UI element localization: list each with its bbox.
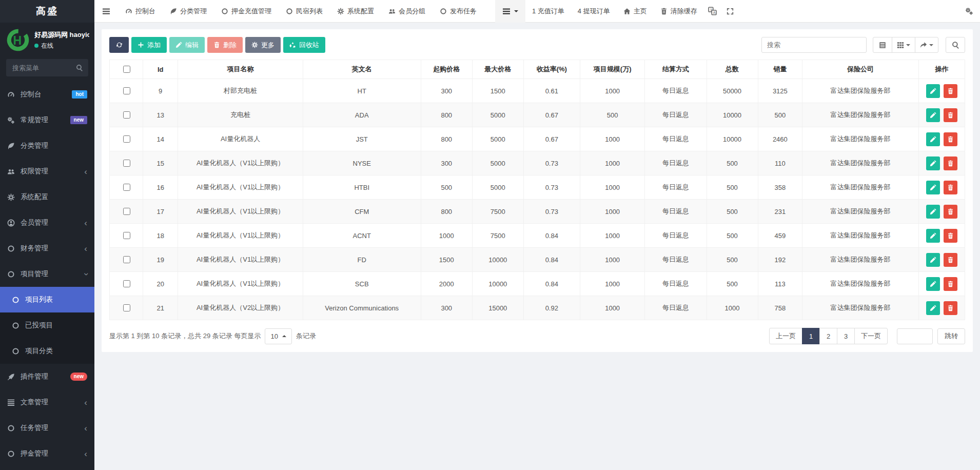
more-button[interactable]: 更多 — [245, 37, 281, 53]
table-row: 16 AI量化机器人（V1以上限购） HTBI 500 5000 0.73 10… — [110, 175, 965, 200]
tabs-dropdown-button[interactable] — [495, 0, 525, 23]
recharge-orders-link[interactable]: 1 充值订单 — [525, 0, 571, 23]
row-edit-button[interactable] — [926, 181, 940, 194]
row-edit-button[interactable] — [926, 277, 940, 291]
fullscreen-button[interactable] — [721, 0, 739, 23]
row-edit-button[interactable] — [926, 229, 940, 243]
row-delete-button[interactable] — [944, 301, 957, 315]
language-switch-button[interactable] — [704, 0, 721, 23]
columns-icon — [897, 42, 904, 49]
sidebar-item-project-category[interactable]: 项目分类 — [0, 338, 94, 364]
sidebar-item-auth[interactable]: 权限管理 ‹ — [0, 159, 94, 184]
tab-category[interactable]: 分类管理 — [163, 0, 214, 23]
row-delete-button[interactable] — [944, 84, 957, 98]
jump-page-input[interactable] — [897, 328, 933, 344]
cell-project-name: AI量化机器人（V1以上限购） — [178, 272, 303, 296]
tab-deposit-recharge[interactable]: 押金充值管理 — [214, 0, 279, 23]
cell-total: 500 — [707, 175, 758, 200]
cell-min-price: 2000 — [421, 272, 472, 296]
sidebar-item-general[interactable]: 常规管理 new — [0, 107, 94, 133]
common-search-toggle-button[interactable] — [946, 37, 965, 53]
row-edit-button[interactable] — [926, 84, 940, 98]
row-checkbox[interactable] — [123, 304, 130, 311]
sidebar-item-article[interactable]: 文章管理 ‹ — [0, 389, 94, 415]
col-settlement: 结算方式 — [645, 60, 707, 79]
tab-publish-task[interactable]: 发布任务 — [433, 0, 484, 23]
page-1-button[interactable]: 1 — [802, 328, 820, 344]
row-edit-button[interactable] — [926, 253, 940, 267]
row-delete-button[interactable] — [944, 156, 957, 170]
gear-icon — [7, 193, 15, 201]
row-delete-button[interactable] — [944, 277, 957, 291]
sidebar-item-project-list[interactable]: 项目列表 — [0, 287, 94, 312]
sidebar-item-invested-projects[interactable]: 已投项目 — [0, 312, 94, 338]
row-delete-button[interactable] — [944, 253, 957, 267]
language-icon — [708, 7, 717, 15]
row-edit-button[interactable] — [926, 156, 940, 170]
sidebar-item-addon[interactable]: 插件管理 new — [0, 364, 94, 389]
cell-settlement: 每日返息 — [645, 200, 707, 224]
cell-id: 13 — [143, 103, 178, 127]
row-edit-button[interactable] — [926, 108, 940, 122]
clear-cache-link[interactable]: 清除缓存 — [654, 0, 704, 23]
row-delete-button[interactable] — [944, 132, 957, 146]
row-checkbox[interactable] — [123, 87, 130, 94]
home-link[interactable]: 主页 — [617, 0, 654, 23]
page-3-button[interactable]: 3 — [837, 328, 855, 344]
row-checkbox[interactable] — [123, 135, 130, 143]
cell-min-price: 800 — [421, 103, 472, 127]
columns-button[interactable] — [892, 37, 915, 53]
col-total: 总数 — [707, 60, 758, 79]
row-checkbox[interactable] — [123, 208, 130, 215]
project-submenu: 项目列表 已投项目 项目分类 — [0, 287, 94, 364]
sidebar-item-deposit[interactable]: 押金管理 ‹ — [0, 441, 94, 466]
cell-project-name: AI量化机器人（V1以上限购） — [178, 175, 303, 200]
sidebar-item-category[interactable]: 分类管理 — [0, 133, 94, 159]
detail-view-button[interactable] — [873, 37, 892, 53]
refresh-button[interactable] — [109, 37, 129, 53]
sidebar-toggle-button[interactable] — [94, 0, 118, 23]
delete-button[interactable]: 删除 — [207, 37, 243, 53]
page-size-select[interactable]: 10 — [265, 328, 291, 344]
table-search-input[interactable] — [761, 37, 867, 53]
row-edit-button[interactable] — [926, 132, 940, 146]
cell-max-price: 5000 — [472, 127, 523, 151]
tab-console[interactable]: 控制台 — [118, 0, 163, 23]
row-checkbox[interactable] — [123, 160, 130, 167]
caret-up-icon — [282, 335, 286, 337]
cell-max-price: 7500 — [472, 224, 523, 248]
sidebar-item-task[interactable]: 任务管理 ‹ — [0, 415, 94, 441]
tab-system-config[interactable]: 系统配置 — [330, 0, 381, 23]
row-checkbox[interactable] — [123, 232, 130, 239]
sidebar-item-project[interactable]: 项目管理 ‹ — [0, 261, 94, 287]
row-edit-button[interactable] — [926, 205, 940, 219]
row-checkbox[interactable] — [123, 111, 130, 119]
row-checkbox[interactable] — [123, 256, 130, 263]
tab-homestay-list[interactable]: 民宿列表 — [279, 0, 330, 23]
recycle-bin-button[interactable]: 回收站 — [283, 37, 325, 53]
admin-settings-button[interactable] — [961, 0, 978, 23]
row-delete-button[interactable] — [944, 205, 957, 219]
sidebar-item-finance[interactable]: 财务管理 ‹ — [0, 236, 94, 261]
row-checkbox[interactable] — [123, 280, 130, 287]
select-all-cell — [110, 60, 143, 79]
sidebar-item-member[interactable]: 会员管理 ‹ — [0, 210, 94, 236]
row-delete-button[interactable] — [944, 108, 957, 122]
row-edit-button[interactable] — [926, 301, 940, 315]
sidebar-item-system-config[interactable]: 系统配置 — [0, 184, 94, 210]
row-checkbox[interactable] — [123, 184, 130, 191]
export-button[interactable] — [915, 37, 938, 53]
prev-page-button[interactable]: 上一页 — [769, 328, 802, 344]
next-page-button[interactable]: 下一页 — [854, 328, 888, 344]
sidebar-item-console[interactable]: 控制台 hot — [0, 82, 94, 107]
edit-button[interactable]: 编辑 — [169, 37, 205, 53]
row-delete-button[interactable] — [944, 181, 957, 194]
add-button[interactable]: 添加 — [131, 37, 167, 53]
tab-member-group[interactable]: 会员分组 — [381, 0, 433, 23]
row-delete-button[interactable] — [944, 229, 957, 243]
cell-insurer: 富达集团保险服务部 — [802, 175, 919, 200]
select-all-checkbox[interactable] — [123, 66, 130, 73]
page-2-button[interactable]: 2 — [819, 328, 837, 344]
withdraw-orders-link[interactable]: 4 提现订单 — [571, 0, 617, 23]
jump-button[interactable]: 跳转 — [937, 328, 965, 344]
